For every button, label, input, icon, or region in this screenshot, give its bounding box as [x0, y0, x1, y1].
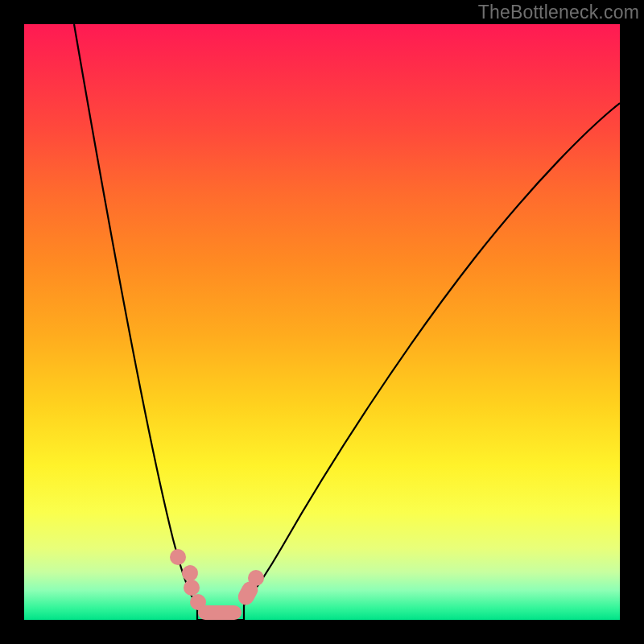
bottleneck-chart [24, 24, 620, 620]
data-marker [170, 549, 186, 565]
bottleneck-curve-left [74, 24, 197, 620]
data-marker [184, 580, 200, 596]
data-marker-bottom [198, 605, 242, 620]
data-marker [248, 570, 264, 586]
watermark-text: TheBottleneck.com [478, 2, 639, 23]
bottleneck-curve-right [244, 103, 620, 620]
chart-frame: TheBottleneck.com [0, 0, 644, 644]
data-markers [170, 549, 264, 620]
chart-svg [24, 24, 620, 620]
